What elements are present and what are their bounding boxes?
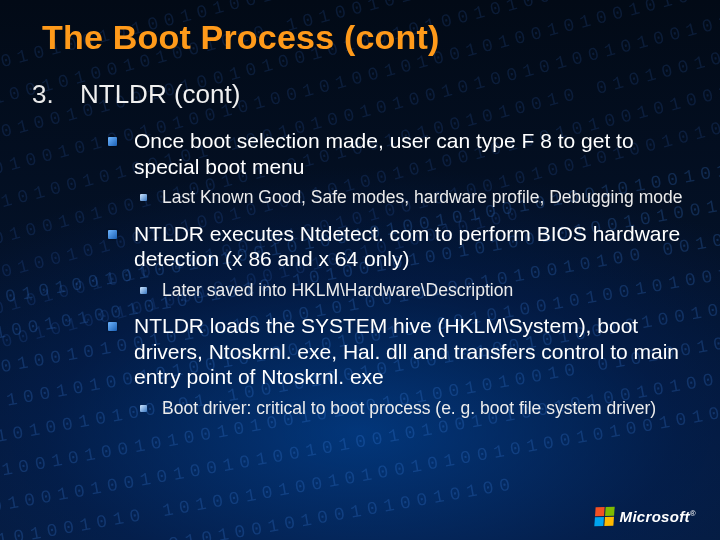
list-item: Once boot selection made, user can type …: [108, 128, 690, 209]
bullet-list: Once boot selection made, user can type …: [108, 128, 690, 419]
slide: The Boot Process (cont) 3. NTLDR (cont) …: [0, 0, 720, 540]
sub-list: Last Known Good, Safe modes, hardware pr…: [140, 187, 690, 208]
sub-list: Boot driver: critical to boot process (e…: [140, 398, 690, 419]
bullet-text: NTLDR executes Ntdetect. com to perform …: [134, 222, 680, 271]
brand-name: Microsoft®: [620, 508, 696, 525]
windows-flag-icon: [594, 507, 614, 527]
list-item: NTLDR executes Ntdetect. com to perform …: [108, 221, 690, 302]
list-item: NTLDR loads the SYSTEM hive (HKLM\System…: [108, 313, 690, 419]
bullet-text: Later saved into HKLM\Hardware\Descripti…: [162, 280, 513, 300]
list-item: Last Known Good, Safe modes, hardware pr…: [140, 187, 690, 208]
list-item: Later saved into HKLM\Hardware\Descripti…: [140, 280, 690, 301]
bullet-text: Last Known Good, Safe modes, hardware pr…: [162, 187, 682, 207]
section-heading: NTLDR (cont): [80, 79, 240, 110]
sub-list: Later saved into HKLM\Hardware\Descripti…: [140, 280, 690, 301]
slide-title: The Boot Process (cont): [42, 18, 690, 57]
list-item: Boot driver: critical to boot process (e…: [140, 398, 690, 419]
bullet-text: Boot driver: critical to boot process (e…: [162, 398, 656, 418]
bullet-text: NTLDR loads the SYSTEM hive (HKLM\System…: [134, 314, 679, 388]
section-row: 3. NTLDR (cont): [30, 79, 690, 128]
brand-logo: Microsoft®: [595, 507, 696, 526]
bullet-text: Once boot selection made, user can type …: [134, 129, 634, 178]
list-number: 3.: [30, 79, 80, 128]
